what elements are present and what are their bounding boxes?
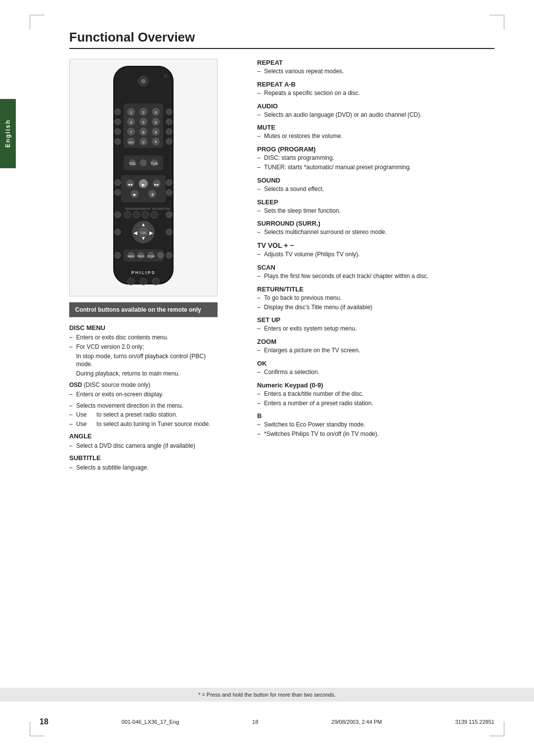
svg-text:▶▶: ▶▶ <box>154 183 159 186</box>
svg-text:1: 1 <box>130 110 133 115</box>
feature-ok-desc: Confirms a selection. <box>257 368 494 377</box>
list-item: Use to select a preset radio station. <box>69 411 218 419</box>
svg-text:3: 3 <box>155 110 157 115</box>
footer-bar: * = Press and hold the button for more t… <box>0 688 534 702</box>
feature-sleep-desc: Sets the sleep timer function. <box>257 207 494 215</box>
list-item: Selects movement direction in the menu. <box>69 402 218 410</box>
angle-title: ANGLE <box>69 432 218 440</box>
svg-text:ZOOM: ZOOM <box>147 255 155 258</box>
svg-point-76 <box>166 229 172 235</box>
list-item: Selects a subtitle language. <box>69 464 218 472</box>
svg-point-74 <box>115 229 121 235</box>
svg-point-40 <box>140 159 147 166</box>
svg-text:SCAN: SCAN <box>143 207 150 210</box>
feature-repeat-desc: Selects various repeat modes. <box>257 67 494 76</box>
page-container: English Functional Overview <box>0 0 534 756</box>
feature-mute-desc: Mutes or restores the volume. <box>257 132 494 141</box>
main-content: 1 2 3 4 5 6 7 8 <box>69 59 494 473</box>
b-label: B <box>257 412 494 420</box>
svg-point-65 <box>151 211 158 218</box>
svg-text:PHILIPS: PHILIPS <box>131 270 155 275</box>
control-buttons-text: Control buttons available on the remote … <box>75 306 201 313</box>
feature-repeat-title: REPEAT <box>257 59 494 66</box>
corner-decoration-tl <box>30 15 44 30</box>
subtitle-section: SUBTITLE Selects a subtitle language. <box>69 454 218 472</box>
svg-point-30 <box>115 119 121 125</box>
feature-zoom: ZOOM Enlarges a picture on the TV screen… <box>257 338 494 355</box>
footer-note: * = Press and hold the button for more t… <box>198 692 336 698</box>
svg-text:◀◀: ◀◀ <box>128 183 133 186</box>
feature-repeat-ab-desc: Repeats a specific section on a disc. <box>257 89 494 97</box>
svg-text:MENU: MENU <box>128 255 135 258</box>
feature-scan-desc: Plays the first few seconds of each trac… <box>257 272 494 281</box>
svg-text:▲: ▲ <box>141 222 146 227</box>
feature-sound-title: SOUND <box>257 177 494 184</box>
indent-text-2: During playback, returns to main menu. <box>69 370 218 378</box>
feature-scan: SCAN Plays the first few seconds of each… <box>257 264 494 281</box>
feature-prog-title: PROG (PROGRAM) <box>257 145 494 153</box>
svg-point-63 <box>133 211 140 218</box>
feature-surround-title: SURROUND (SURR.) <box>257 220 494 227</box>
feature-prog: PROG (PROGRAM) DISC: starts programming.… <box>257 145 494 172</box>
feature-sleep-title: SLEEP <box>257 198 494 206</box>
svg-point-29 <box>115 109 121 115</box>
list-item: Use to select auto tuning in Tuner sourc… <box>69 420 218 428</box>
svg-point-32 <box>115 139 121 144</box>
svg-point-36 <box>166 139 172 144</box>
svg-text:REPEAT: REPEAT <box>125 207 135 210</box>
svg-text:000: 000 <box>129 141 134 144</box>
feature-numeric-desc-2: Enters a number of a preset radio statio… <box>257 399 494 408</box>
feature-numeric: Numeric Keypad (0-9) Enters a track/titl… <box>257 381 494 408</box>
svg-text:0: 0 <box>142 140 145 144</box>
feature-ok: OK Confirms a selection. <box>257 360 494 377</box>
svg-point-62 <box>124 211 131 218</box>
right-column: REPEAT Selects various repeat modes. REP… <box>257 59 494 473</box>
svg-text:9: 9 <box>155 130 157 135</box>
svg-point-35 <box>166 129 172 135</box>
feature-repeat-ab-title: REPEAT A-B <box>257 81 494 88</box>
b-desc-1: Switches to Eco Power standby mode. <box>257 421 494 429</box>
feature-zoom-desc: Enlarges a picture on the TV screen. <box>257 346 494 355</box>
feature-sound-desc: Selects a sound effect. <box>257 185 494 193</box>
svg-text:⏸: ⏸ <box>150 192 154 197</box>
feature-audio-title: AUDIO <box>257 102 494 110</box>
svg-point-55 <box>115 189 121 195</box>
feature-scan-title: SCAN <box>257 264 494 271</box>
svg-text:■: ■ <box>134 192 136 197</box>
svg-point-56 <box>166 180 172 186</box>
indent-text-1: In stop mode, turns on/off playback cont… <box>69 352 218 369</box>
feature-return-title-label: RETURN/TITLE <box>257 285 494 293</box>
svg-point-86 <box>166 252 172 258</box>
list-item: Enters or exits disc contents menu. <box>69 333 218 342</box>
product-code: 3139 115 22851 <box>455 719 494 725</box>
disc-menu-list: Enters or exits disc contents menu. For … <box>69 333 218 351</box>
svg-point-89 <box>140 278 147 285</box>
angle-section: ANGLE Select a DVD disc camera angle (if… <box>69 432 218 450</box>
angle-list: Select a DVD disc camera angle (if avail… <box>69 442 218 450</box>
feature-sound: SOUND Selects a sound effect. <box>257 177 494 193</box>
svg-text:TUN: TUN <box>151 162 158 165</box>
feature-tv-vol: TV VOL + − Adjusts TV volume (Philips TV… <box>257 241 494 259</box>
svg-text:8: 8 <box>142 130 145 135</box>
feature-surround: SURROUND (SURR.) Selects multichannel su… <box>257 220 494 236</box>
page-title: Functional Overview <box>69 30 494 49</box>
feature-setup-desc: Enters or exits system setup menu. <box>257 325 494 333</box>
control-buttons-box: Control buttons available on the remote … <box>69 302 218 317</box>
footer-center-num: 18 <box>252 719 258 725</box>
feature-tv-vol-desc: Adjusts TV volume (Philips TV only). <box>257 250 494 259</box>
feature-ok-title: OK <box>257 360 494 367</box>
feature-repeat-ab: REPEAT A-B Repeats a specific section on… <box>257 81 494 97</box>
b-section: B Switches to Eco Power standby mode. *S… <box>257 412 494 438</box>
svg-point-2 <box>141 79 146 84</box>
list-item: Select a DVD disc camera angle (if avail… <box>69 442 218 450</box>
svg-point-3 <box>164 74 168 78</box>
feature-return-title-desc-2: Display the disc's Title menu (if availa… <box>257 303 494 312</box>
feature-numeric-desc-1: Enters a track/title number of the disc. <box>257 390 494 398</box>
language-tab-label: English <box>4 119 11 147</box>
feature-setup-title: SET UP <box>257 316 494 324</box>
svg-text:7: 7 <box>130 130 133 135</box>
footer-date: 29/08/2003, 2:44 PM <box>331 719 382 725</box>
feature-numeric-title: Numeric Keypad (0-9) <box>257 381 494 389</box>
svg-text:6: 6 <box>155 120 157 125</box>
feature-mute-title: MUTE <box>257 124 494 131</box>
